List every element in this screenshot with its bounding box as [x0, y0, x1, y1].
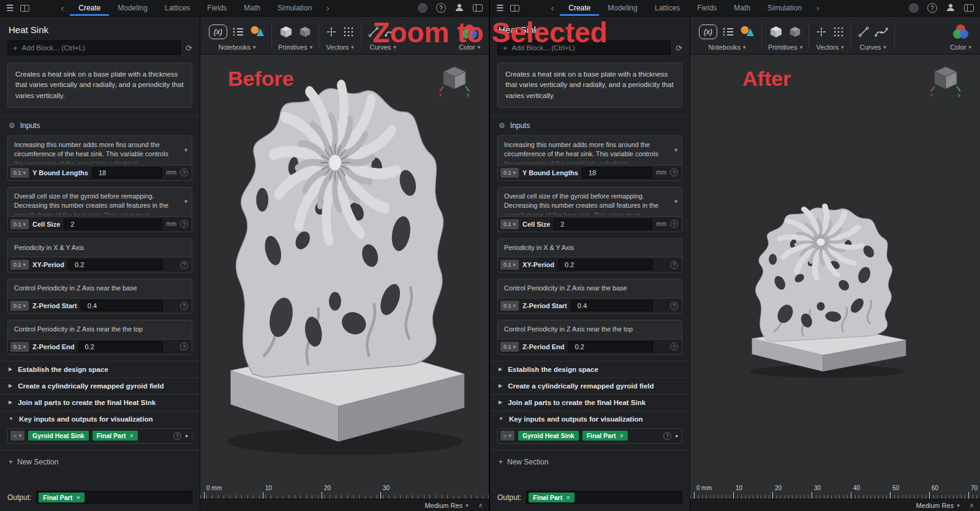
toolbar-group-primitives[interactable]: Primitives▾ [763, 18, 807, 53]
panels-layout-icon[interactable] [473, 4, 483, 12]
toolbar-group-notebooks[interactable]: (x) Notebooks▾ [694, 18, 760, 53]
close-icon[interactable]: × [566, 494, 570, 501]
value-field[interactable]: 0.2 [558, 259, 653, 270]
section-join-parts[interactable]: ▶ Join all parts to create the final Hea… [490, 394, 690, 411]
line-icon[interactable] [858, 26, 870, 38]
type-chip[interactable]: 0.1▾ [500, 260, 519, 270]
block-description[interactable]: Periodicity in X & Y Axis [497, 238, 682, 258]
shapes-icon[interactable] [249, 25, 265, 39]
section-gyroid-field[interactable]: ▶ Create a cylindrically remapped gyroid… [490, 377, 690, 394]
help-icon[interactable]: ? [180, 302, 188, 310]
point-grid-icon[interactable] [342, 26, 355, 38]
toolbar-group-curves[interactable]: Curves▾ [853, 18, 893, 53]
block-description[interactable]: Increasing this number adds more fins ar… [497, 135, 682, 165]
toolbar-group-primitives[interactable]: Primitives▾ [273, 18, 317, 53]
value-field[interactable]: 0.4 [81, 300, 163, 311]
cube-dark-icon[interactable] [298, 25, 312, 39]
point-grid-icon[interactable] [832, 26, 845, 38]
spline-icon[interactable] [875, 26, 888, 38]
panels-layout-icon[interactable] [964, 4, 974, 12]
color-wheel-icon[interactable] [953, 25, 969, 39]
new-section-button[interactable]: + New Section [0, 450, 200, 474]
new-section-button[interactable]: + New Section [490, 450, 690, 474]
part-badge[interactable]: Final Part× [92, 431, 138, 441]
type-chip[interactable]: 0.1▾ [500, 301, 519, 311]
block-description[interactable]: Overall cell size of the gyroid before r… [7, 187, 192, 217]
tab-modeling[interactable]: Modeling [109, 0, 156, 16]
output-field[interactable]: Final Part× [526, 491, 682, 504]
type-chip[interactable]: 0.1▾ [500, 219, 519, 229]
section-key-outputs[interactable]: ▼ Key inputs and outputs for visualizati… [0, 411, 200, 427]
tab-lattices[interactable]: Lattices [646, 0, 688, 16]
help-icon[interactable]: ? [180, 168, 188, 176]
help-icon[interactable]: ? [436, 3, 446, 13]
shapes-icon[interactable] [739, 25, 755, 39]
notebook-list-icon[interactable] [722, 26, 734, 37]
cube-dark-icon[interactable] [788, 25, 802, 39]
output-part-badge[interactable]: Final Part× [529, 493, 574, 502]
tab-create[interactable]: Create [70, 0, 109, 16]
account-icon[interactable] [454, 2, 464, 14]
output-field[interactable]: Final Part× [36, 491, 192, 504]
help-icon[interactable]: ? [670, 343, 678, 350]
hamburger-menu-icon[interactable]: ☰ [6, 3, 14, 13]
block-description[interactable]: Control Periodicity in Z Axis near the b… [7, 279, 192, 298]
download-icon[interactable]: ↓ [418, 3, 428, 13]
tab-create[interactable]: Create [560, 0, 599, 16]
tab-fields[interactable]: Fields [198, 0, 235, 16]
tab-math[interactable]: Math [235, 0, 269, 16]
tab-simulation[interactable]: Simulation [269, 0, 320, 16]
value-field[interactable]: 0.4 [571, 300, 653, 311]
section-establish-design-space[interactable]: ▶ Establish the design space [0, 361, 200, 377]
block-description[interactable]: Control Periodicity in Z Axis near the t… [497, 320, 682, 339]
value-field[interactable]: 18 [92, 167, 162, 178]
layout-columns-icon[interactable] [20, 5, 29, 12]
value-field[interactable]: 0.2 [78, 341, 164, 352]
section-join-parts[interactable]: ▶ Join all parts to create the final Hea… [0, 394, 200, 411]
output-part-badge[interactable]: Final Part× [39, 493, 84, 502]
help-icon[interactable]: ? [670, 261, 678, 269]
forward-chevron-icon[interactable]: › [326, 3, 330, 13]
type-chip[interactable]: 0.1▾ [500, 168, 519, 178]
add-block-input[interactable]: + Add Block... (Ctrl+L) [7, 40, 181, 55]
fx-icon[interactable]: (x) [699, 25, 717, 39]
resolution-select[interactable]: Medium Res▾ [424, 502, 468, 509]
view-cube[interactable]: x y [930, 63, 962, 100]
back-chevron-icon[interactable]: ‹ [551, 3, 554, 13]
layout-columns-icon[interactable] [510, 5, 519, 12]
help-icon[interactable]: ? [670, 302, 678, 310]
chevron-up-icon[interactable]: ∧ [478, 502, 483, 509]
account-icon[interactable] [946, 2, 956, 14]
heat-sink-model[interactable] [200, 59, 470, 482]
toolbar-group-vectors[interactable]: Vectors▾ [810, 18, 850, 53]
value-field[interactable]: 2 [554, 219, 652, 230]
tab-fields[interactable]: Fields [688, 0, 725, 16]
type-chip[interactable]: 0.1▾ [10, 342, 29, 352]
vector-cross-icon[interactable] [815, 26, 827, 38]
resolution-select[interactable]: Medium Res▾ [916, 502, 959, 509]
block-description[interactable]: Increasing this number adds more fins ar… [7, 135, 192, 165]
close-icon[interactable]: × [76, 494, 80, 501]
value-field[interactable]: 0.2 [68, 259, 163, 270]
help-icon[interactable]: ? [180, 220, 188, 228]
cube-icon[interactable] [279, 25, 293, 39]
close-icon[interactable]: × [130, 432, 134, 439]
help-icon[interactable]: ? [670, 220, 678, 228]
part-badge[interactable]: Final Part× [582, 431, 628, 441]
vector-cross-icon[interactable] [325, 26, 337, 38]
type-chip[interactable]: 0.1▾ [10, 260, 29, 270]
variable-type-chip[interactable]: ≈▾ [500, 431, 514, 441]
close-icon[interactable]: × [620, 432, 624, 439]
help-icon[interactable]: ? [670, 168, 678, 176]
value-field[interactable]: 18 [582, 167, 652, 178]
section-key-outputs[interactable]: ▼ Key inputs and outputs for visualizati… [490, 411, 690, 427]
section-establish-design-space[interactable]: ▶ Establish the design space [490, 361, 690, 377]
value-field[interactable]: 2 [64, 219, 162, 230]
type-chip[interactable]: 0.1▾ [500, 342, 519, 352]
viewport-3d[interactable]: After x y 0 mm [690, 55, 980, 499]
variable-badge[interactable]: Gyroid Heat Sink [518, 431, 579, 441]
block-description[interactable]: Control Periodicity in Z Axis near the b… [497, 279, 682, 298]
back-chevron-icon[interactable]: ‹ [61, 3, 64, 13]
inputs-section-header[interactable]: ⚙ Inputs [490, 115, 690, 135]
visibility-dot-icon[interactable]: ● [675, 433, 678, 439]
